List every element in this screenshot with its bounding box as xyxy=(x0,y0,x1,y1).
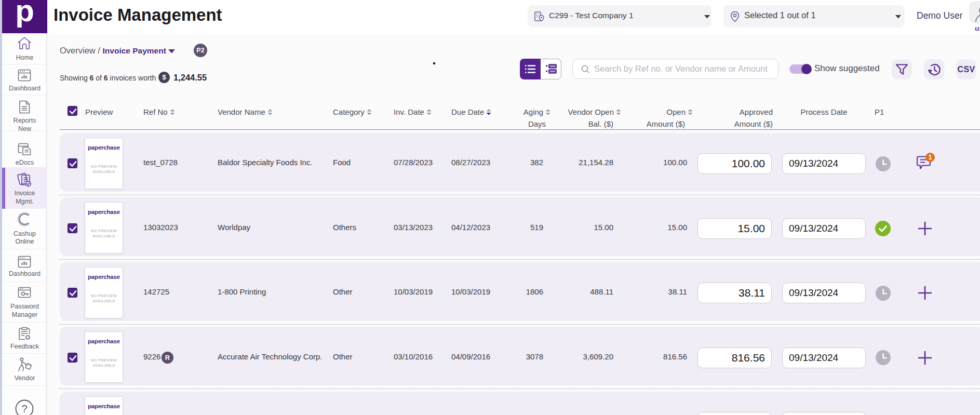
svg-text:1: 1 xyxy=(929,154,932,161)
